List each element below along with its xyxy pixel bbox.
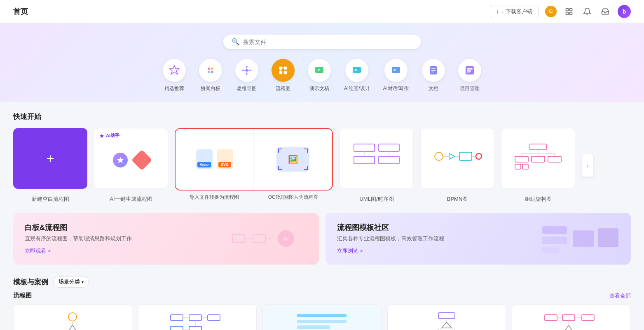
- template-card-4[interactable]: [387, 304, 506, 330]
- svg-rect-41: [379, 144, 399, 151]
- ocr-img-icon: 🖼️: [288, 154, 298, 164]
- visio-badge: Visio: [197, 162, 211, 167]
- svg-text:AI: AI: [393, 69, 396, 72]
- inbox-icon[interactable]: [600, 6, 611, 17]
- mindmap-icon: [235, 59, 258, 82]
- sidebar-item-project[interactable]: 项目管理: [458, 59, 481, 92]
- templates-header-left: 模板与案例 场景分类 ▾: [13, 276, 89, 288]
- svg-line-78: [567, 230, 573, 239]
- svg-rect-19: [284, 67, 287, 70]
- svg-rect-1: [570, 8, 572, 11]
- tag-filter-button[interactable]: 场景分类 ▾: [53, 276, 89, 288]
- presentation-label: 演示文稿: [309, 85, 329, 92]
- search-icon: 🔍: [232, 38, 240, 46]
- svg-line-111: [430, 328, 442, 330]
- search-bar: 🔍: [223, 35, 421, 49]
- banner: 🔍 精选推荐 协同白板: [0, 23, 644, 102]
- highlight-labels: 导入文件转换为流程图 OCR识别图片为流程图: [175, 194, 333, 201]
- svg-rect-123: [582, 315, 594, 321]
- ai-card-label: AI一键生成流程图: [110, 195, 152, 203]
- ocr-corner-tr: [304, 149, 308, 153]
- ocr-card[interactable]: 🖼️: [254, 129, 332, 190]
- svg-marker-4: [169, 65, 179, 74]
- coin-icon[interactable]: C: [545, 6, 557, 17]
- svg-point-53: [476, 153, 482, 159]
- ai-writing-label: AI对话/写作: [383, 85, 409, 92]
- sidebar-item-whiteboard[interactable]: 协同白板: [199, 59, 222, 92]
- page-title: 首页: [13, 7, 28, 16]
- sidebar-item-presentation[interactable]: P 演示文稿: [308, 59, 331, 92]
- promo-left-deco: ⊞⊞: [228, 222, 311, 255]
- svg-rect-69: [253, 235, 265, 243]
- template-card-3[interactable]: [262, 304, 382, 330]
- new-blank-label: 新建空白流程图: [32, 195, 69, 203]
- sidebar-item-featured[interactable]: 精选推荐: [163, 59, 186, 92]
- svg-rect-35: [467, 68, 473, 70]
- bell-icon[interactable]: [581, 6, 593, 17]
- svg-rect-54: [530, 144, 546, 150]
- project-icon: [458, 59, 481, 82]
- quick-start-container: + 新建空白流程图 AI助手: [13, 128, 631, 203]
- promo-right-deco: [540, 222, 623, 255]
- sub-title: 流程图: [13, 292, 32, 300]
- visio-file-icon: Visio: [196, 149, 213, 169]
- import-card[interactable]: Visio SVG: [176, 129, 254, 190]
- svg-rect-101: [297, 320, 347, 323]
- sidebar-item-flowchart[interactable]: 流程图: [272, 59, 295, 92]
- svg-marker-39: [117, 157, 124, 163]
- svg-line-112: [452, 328, 461, 330]
- ocr-corner-br: [304, 166, 308, 170]
- ai-writing-icon: AI: [384, 59, 407, 82]
- svg-point-5: [208, 67, 210, 70]
- svg-marker-38: [100, 134, 104, 138]
- new-blank-card[interactable]: +: [13, 128, 87, 189]
- flowchart-icon: [272, 59, 295, 82]
- template-card-2[interactable]: [138, 304, 257, 330]
- svg-point-15: [246, 73, 248, 75]
- svg-rect-3: [570, 12, 572, 14]
- download-button[interactable]: ↓ ↓ 下载客户端: [490, 5, 539, 18]
- org-inner: [513, 142, 563, 171]
- org-card[interactable]: [501, 128, 575, 189]
- scroll-right-btn[interactable]: ›: [582, 128, 593, 203]
- svg-rect-77: [598, 228, 618, 247]
- chevron-down-icon: ▾: [82, 280, 84, 284]
- svg-rect-18: [279, 67, 282, 70]
- ocr-label: OCR识别图片为流程图: [254, 194, 333, 201]
- svg-text:AI: AI: [354, 69, 357, 72]
- svg-rect-67: [232, 235, 245, 243]
- uml-card[interactable]: [340, 128, 414, 189]
- featured-icon: [163, 59, 186, 82]
- sidebar-item-ai-design[interactable]: AI AI绘画/设计: [344, 59, 370, 92]
- avatar[interactable]: b: [618, 5, 631, 18]
- bpmn-card[interactable]: [420, 128, 494, 189]
- sidebar-item-mindmap[interactable]: 思维导图: [235, 59, 258, 92]
- svg-marker-125: [564, 325, 574, 330]
- ai-star-icon: [113, 153, 128, 167]
- scan-icon[interactable]: [563, 6, 575, 17]
- svg-point-14: [246, 66, 248, 67]
- import-label: 导入文件转换为流程图: [175, 194, 254, 201]
- promo-left-card[interactable]: 白板&流程图 直观有序的流程图，帮助理清思路和规划工作 立即观看 > ⊞⊞: [13, 213, 319, 265]
- template-card-1[interactable]: [13, 304, 132, 330]
- svg-rect-108: [438, 313, 455, 318]
- sidebar-item-docs[interactable]: 文档: [422, 59, 445, 92]
- sidebar-item-ai-writing[interactable]: AI AI对话/写作: [383, 59, 409, 92]
- whiteboard-label: 协同白板: [201, 85, 220, 92]
- svg-point-9: [246, 69, 248, 72]
- svg-text:⊞⊞: ⊞⊞: [283, 237, 289, 241]
- svg-rect-51: [459, 152, 472, 160]
- search-input[interactable]: [243, 39, 413, 45]
- file-icons-row: Visio SVG: [196, 149, 233, 169]
- svg-rect-102: [297, 325, 330, 329]
- download-icon: ↓: [496, 8, 499, 14]
- svg-rect-91: [189, 315, 201, 321]
- ai-flowchart-card[interactable]: AI助手: [94, 128, 168, 189]
- view-all-link[interactable]: 查看全部: [609, 292, 631, 300]
- svg-rect-74: [542, 237, 567, 244]
- ai-design-label: AI绘画/设计: [344, 85, 370, 92]
- svg-rect-40: [354, 144, 375, 151]
- svg-rect-99: [171, 326, 183, 330]
- promo-right-card[interactable]: 流程图模板社区 汇集各种专业流程图模板，高效管理工作流程 立即浏览 >: [326, 213, 631, 265]
- template-card-5[interactable]: [512, 304, 631, 330]
